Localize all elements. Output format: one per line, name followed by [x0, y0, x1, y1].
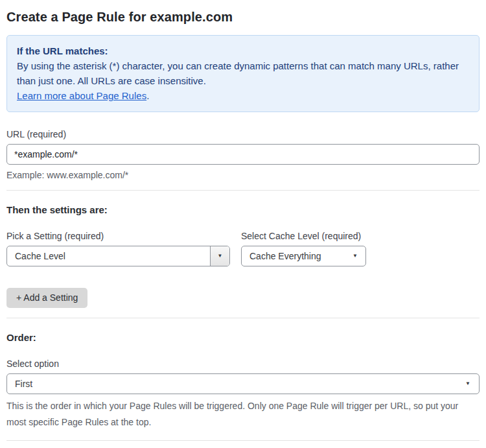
divider	[6, 190, 480, 191]
order-value: First	[7, 379, 465, 389]
url-section: URL (required) Example: www.example.com/…	[6, 129, 480, 180]
setting-picker-value: Cache Level	[7, 251, 210, 261]
url-input[interactable]	[6, 144, 480, 165]
add-setting-button[interactable]: + Add a Setting	[6, 288, 87, 308]
url-label: URL (required)	[6, 129, 480, 139]
cache-level-select[interactable]: Cache Everything ▼	[241, 246, 366, 266]
info-box-link-line: Learn more about Page Rules.	[17, 88, 469, 103]
info-box-heading: If the URL matches:	[17, 43, 469, 58]
chevron-down-icon: ▼	[218, 253, 223, 259]
cache-level-label: Select Cache Level (required)	[241, 231, 366, 241]
cache-level-field: Select Cache Level (required) Cache Ever…	[241, 231, 366, 266]
divider	[6, 318, 480, 318]
order-heading: Order:	[6, 332, 480, 343]
learn-more-link[interactable]: Learn more about Page Rules	[17, 90, 146, 101]
order-label: Select option	[6, 359, 480, 369]
setting-picker-select[interactable]: Cache Level ▼	[6, 246, 230, 266]
link-suffix: .	[146, 90, 149, 101]
chevron-down-icon: ▼	[353, 253, 365, 259]
setting-picker-label: Pick a Setting (required)	[6, 231, 230, 241]
settings-row: Pick a Setting (required) Cache Level ▼ …	[6, 231, 480, 266]
url-match-info-box: If the URL matches: By using the asteris…	[6, 35, 480, 112]
order-hint: This is the order in which your Page Rul…	[6, 398, 480, 430]
create-page-rule-form: Create a Page Rule for example.com If th…	[0, 0, 486, 448]
cache-level-value: Cache Everything	[242, 251, 353, 261]
divider	[6, 440, 480, 441]
setting-picker-arrow-button[interactable]: ▼	[210, 246, 229, 266]
chevron-down-icon: ▼	[465, 381, 479, 386]
settings-heading: Then the settings are:	[6, 204, 480, 215]
setting-picker-field: Pick a Setting (required) Cache Level ▼	[6, 231, 230, 266]
order-select[interactable]: First ▼	[6, 373, 480, 394]
url-hint: Example: www.example.com/*	[6, 170, 480, 180]
add-setting-row: + Add a Setting	[6, 288, 480, 308]
page-title: Create a Page Rule for example.com	[6, 10, 480, 25]
info-box-body: By using the asterisk (*) character, you…	[17, 58, 469, 88]
